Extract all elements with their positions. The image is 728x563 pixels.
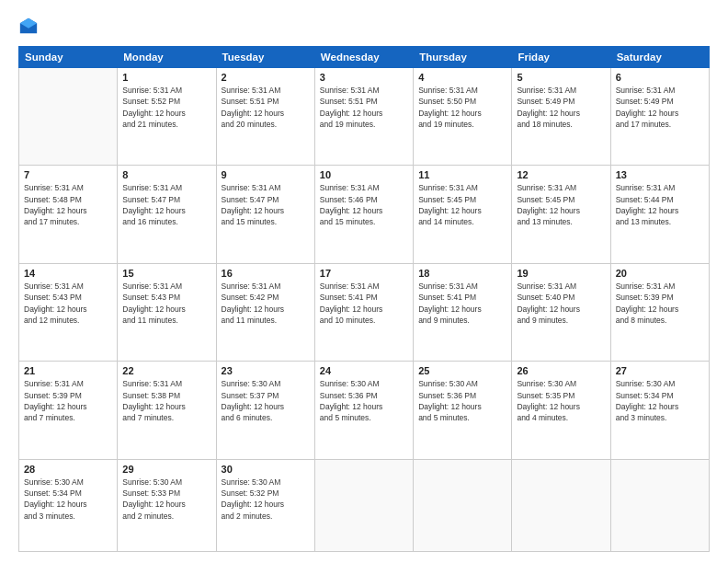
day-number: 26: [517, 365, 605, 376]
calendar-cell: 16Sunrise: 5:31 AM Sunset: 5:42 PM Dayli…: [216, 263, 314, 361]
day-info: Sunrise: 5:31 AM Sunset: 5:40 PM Dayligh…: [517, 281, 605, 326]
day-number: 11: [418, 169, 506, 180]
week-row-1: 1Sunrise: 5:31 AM Sunset: 5:52 PM Daylig…: [19, 68, 710, 166]
week-row-2: 7Sunrise: 5:31 AM Sunset: 5:48 PM Daylig…: [19, 166, 710, 263]
day-number: 28: [24, 464, 112, 475]
calendar-cell: 18Sunrise: 5:31 AM Sunset: 5:41 PM Dayli…: [414, 263, 512, 361]
day-number: 17: [320, 268, 408, 279]
day-number: 30: [222, 464, 310, 475]
calendar-cell: 5Sunrise: 5:31 AM Sunset: 5:49 PM Daylig…: [512, 68, 610, 166]
weekday-header-monday: Monday: [118, 47, 216, 68]
calendar-cell: 14Sunrise: 5:31 AM Sunset: 5:43 PM Dayli…: [19, 263, 118, 361]
calendar-cell: 15Sunrise: 5:31 AM Sunset: 5:43 PM Dayli…: [118, 263, 216, 361]
day-info: Sunrise: 5:31 AM Sunset: 5:41 PM Dayligh…: [320, 281, 408, 326]
day-number: 16: [222, 268, 310, 279]
calendar-cell: 26Sunrise: 5:30 AM Sunset: 5:35 PM Dayli…: [512, 362, 610, 459]
day-info: Sunrise: 5:31 AM Sunset: 5:39 PM Dayligh…: [616, 281, 704, 326]
calendar-cell: 28Sunrise: 5:30 AM Sunset: 5:34 PM Dayli…: [19, 459, 118, 551]
calendar-cell: 3Sunrise: 5:31 AM Sunset: 5:51 PM Daylig…: [314, 68, 413, 166]
day-number: 19: [517, 268, 605, 279]
calendar-cell: 20Sunrise: 5:31 AM Sunset: 5:39 PM Dayli…: [610, 263, 709, 361]
day-info: Sunrise: 5:31 AM Sunset: 5:41 PM Dayligh…: [418, 281, 506, 326]
day-info: Sunrise: 5:31 AM Sunset: 5:50 PM Dayligh…: [418, 85, 506, 130]
calendar-cell: 8Sunrise: 5:31 AM Sunset: 5:47 PM Daylig…: [118, 166, 216, 263]
calendar-cell: 23Sunrise: 5:30 AM Sunset: 5:37 PM Dayli…: [216, 362, 314, 459]
day-info: Sunrise: 5:31 AM Sunset: 5:44 PM Dayligh…: [616, 182, 704, 227]
day-number: 7: [24, 169, 112, 180]
weekday-header-friday: Friday: [512, 47, 610, 68]
week-row-4: 21Sunrise: 5:31 AM Sunset: 5:39 PM Dayli…: [19, 362, 710, 459]
day-info: Sunrise: 5:31 AM Sunset: 5:45 PM Dayligh…: [418, 182, 506, 227]
weekday-header-row: SundayMondayTuesdayWednesdayThursdayFrid…: [19, 47, 710, 68]
day-number: 6: [616, 72, 704, 83]
day-number: 15: [122, 268, 210, 279]
calendar-cell: 13Sunrise: 5:31 AM Sunset: 5:44 PM Dayli…: [610, 166, 709, 263]
calendar-cell: [414, 459, 512, 551]
page: SundayMondayTuesdayWednesdayThursdayFrid…: [0, 0, 728, 563]
header: [18, 17, 710, 37]
calendar-cell: 1Sunrise: 5:31 AM Sunset: 5:52 PM Daylig…: [118, 68, 216, 166]
calendar-cell: 11Sunrise: 5:31 AM Sunset: 5:45 PM Dayli…: [414, 166, 512, 263]
calendar-cell: 24Sunrise: 5:30 AM Sunset: 5:36 PM Dayli…: [314, 362, 413, 459]
calendar-cell: 21Sunrise: 5:31 AM Sunset: 5:39 PM Dayli…: [19, 362, 118, 459]
calendar-cell: 6Sunrise: 5:31 AM Sunset: 5:49 PM Daylig…: [610, 68, 709, 166]
weekday-header-tuesday: Tuesday: [216, 47, 314, 68]
week-row-3: 14Sunrise: 5:31 AM Sunset: 5:43 PM Dayli…: [19, 263, 710, 361]
day-info: Sunrise: 5:31 AM Sunset: 5:47 PM Dayligh…: [122, 182, 210, 227]
calendar-cell: [19, 68, 118, 166]
calendar-cell: [512, 459, 610, 551]
day-info: Sunrise: 5:31 AM Sunset: 5:46 PM Dayligh…: [320, 182, 408, 227]
calendar-cell: 22Sunrise: 5:31 AM Sunset: 5:38 PM Dayli…: [118, 362, 216, 459]
weekday-header-wednesday: Wednesday: [314, 47, 413, 68]
day-info: Sunrise: 5:30 AM Sunset: 5:34 PM Dayligh…: [24, 477, 112, 522]
day-number: 10: [320, 169, 408, 180]
day-info: Sunrise: 5:31 AM Sunset: 5:43 PM Dayligh…: [24, 281, 112, 326]
day-info: Sunrise: 5:31 AM Sunset: 5:49 PM Dayligh…: [616, 85, 704, 130]
day-info: Sunrise: 5:30 AM Sunset: 5:37 PM Dayligh…: [222, 378, 310, 423]
day-info: Sunrise: 5:31 AM Sunset: 5:42 PM Dayligh…: [222, 281, 310, 326]
day-number: 12: [517, 169, 605, 180]
day-info: Sunrise: 5:31 AM Sunset: 5:48 PM Dayligh…: [24, 182, 112, 227]
calendar-cell: 9Sunrise: 5:31 AM Sunset: 5:47 PM Daylig…: [216, 166, 314, 263]
week-row-5: 28Sunrise: 5:30 AM Sunset: 5:34 PM Dayli…: [19, 459, 710, 551]
day-info: Sunrise: 5:31 AM Sunset: 5:51 PM Dayligh…: [320, 85, 408, 130]
day-info: Sunrise: 5:31 AM Sunset: 5:45 PM Dayligh…: [517, 182, 605, 227]
day-number: 8: [122, 169, 210, 180]
calendar-cell: 7Sunrise: 5:31 AM Sunset: 5:48 PM Daylig…: [19, 166, 118, 263]
day-number: 13: [616, 169, 704, 180]
calendar-cell: 17Sunrise: 5:31 AM Sunset: 5:41 PM Dayli…: [314, 263, 413, 361]
day-info: Sunrise: 5:31 AM Sunset: 5:39 PM Dayligh…: [24, 378, 112, 423]
calendar-cell: 4Sunrise: 5:31 AM Sunset: 5:50 PM Daylig…: [414, 68, 512, 166]
day-info: Sunrise: 5:31 AM Sunset: 5:52 PM Dayligh…: [122, 85, 210, 130]
calendar-cell: 12Sunrise: 5:31 AM Sunset: 5:45 PM Dayli…: [512, 166, 610, 263]
day-number: 25: [418, 365, 506, 376]
day-number: 23: [222, 365, 310, 376]
calendar-cell: 29Sunrise: 5:30 AM Sunset: 5:33 PM Dayli…: [118, 459, 216, 551]
day-number: 2: [222, 72, 310, 83]
day-number: 5: [517, 72, 605, 83]
day-info: Sunrise: 5:30 AM Sunset: 5:33 PM Dayligh…: [122, 477, 210, 522]
day-number: 21: [24, 365, 112, 376]
day-number: 29: [122, 464, 210, 475]
calendar-cell: [610, 459, 709, 551]
day-number: 27: [616, 365, 704, 376]
calendar-cell: 30Sunrise: 5:30 AM Sunset: 5:32 PM Dayli…: [216, 459, 314, 551]
day-info: Sunrise: 5:31 AM Sunset: 5:38 PM Dayligh…: [122, 378, 210, 423]
logo: [18, 17, 42, 37]
calendar-cell: [314, 459, 413, 551]
day-info: Sunrise: 5:30 AM Sunset: 5:36 PM Dayligh…: [418, 378, 506, 423]
calendar-cell: 2Sunrise: 5:31 AM Sunset: 5:51 PM Daylig…: [216, 68, 314, 166]
logo-icon: [18, 17, 39, 37]
day-number: 20: [616, 268, 704, 279]
day-info: Sunrise: 5:30 AM Sunset: 5:35 PM Dayligh…: [517, 378, 605, 423]
weekday-header-sunday: Sunday: [19, 47, 118, 68]
day-info: Sunrise: 5:30 AM Sunset: 5:32 PM Dayligh…: [222, 477, 310, 522]
day-number: 1: [122, 72, 210, 83]
day-info: Sunrise: 5:31 AM Sunset: 5:47 PM Dayligh…: [222, 182, 310, 227]
day-info: Sunrise: 5:31 AM Sunset: 5:51 PM Dayligh…: [222, 85, 310, 130]
day-info: Sunrise: 5:31 AM Sunset: 5:43 PM Dayligh…: [122, 281, 210, 326]
day-info: Sunrise: 5:30 AM Sunset: 5:36 PM Dayligh…: [320, 378, 408, 423]
weekday-header-saturday: Saturday: [610, 47, 709, 68]
day-number: 9: [222, 169, 310, 180]
day-number: 22: [122, 365, 210, 376]
